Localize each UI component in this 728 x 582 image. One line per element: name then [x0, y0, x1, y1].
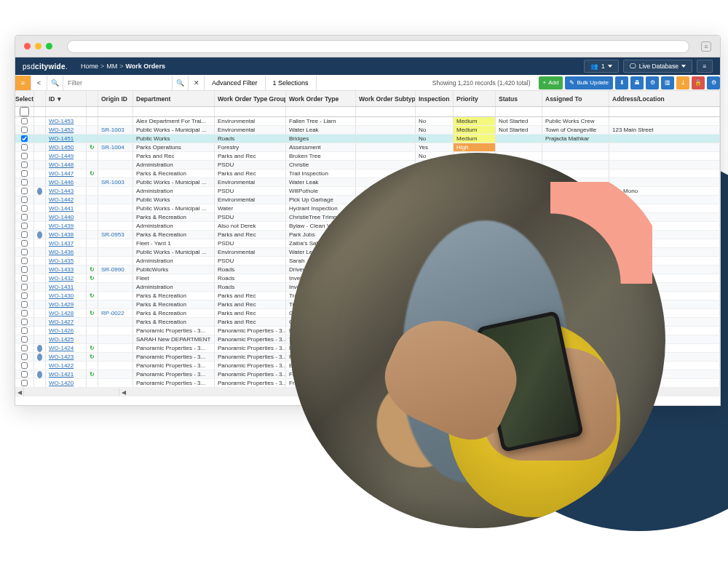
row-select-checkbox[interactable] — [15, 257, 34, 265]
work-order-id-link[interactable]: WO-1433 — [46, 266, 87, 274]
origin-id-link[interactable]: SR-1003 — [98, 126, 133, 134]
work-order-id-link[interactable]: WO-1453 — [46, 117, 87, 125]
col-wo-subtype[interactable]: Work Order Subtype — [356, 91, 416, 106]
work-order-id-link[interactable]: WO-1446 — [46, 178, 87, 186]
col-assigned-to[interactable]: Assigned To — [542, 91, 609, 106]
col-inspection[interactable]: Inspection — [416, 91, 454, 106]
work-order-id-link[interactable]: WO-1449 — [46, 152, 87, 160]
work-order-id-link[interactable]: WO-1443 — [46, 187, 87, 195]
col-status[interactable]: Status — [496, 91, 542, 106]
work-order-id-link[interactable]: WO-1450 — [46, 143, 87, 151]
row-select-checkbox[interactable] — [15, 178, 34, 186]
window-minimize-dot[interactable] — [35, 43, 41, 49]
view-toggle-button[interactable]: ≡ — [15, 76, 31, 90]
breadcrumb-item[interactable]: MM — [106, 63, 117, 70]
col-id[interactable]: ID ▾ — [46, 91, 87, 106]
download-icon[interactable]: ⬇ — [615, 76, 628, 89]
search-icon[interactable]: 🔍 — [47, 76, 63, 90]
work-order-id-link[interactable]: WO-1431 — [46, 283, 87, 291]
row-select-checkbox[interactable] — [15, 274, 34, 282]
work-order-id-link[interactable]: WO-1429 — [46, 300, 87, 308]
bulk-update-button[interactable]: ✎ Bulk Update — [565, 76, 613, 89]
row-select-checkbox[interactable] — [15, 213, 34, 221]
row-select-checkbox[interactable] — [15, 327, 34, 335]
export-icon[interactable]: ⤓ — [676, 76, 689, 89]
work-order-id-link[interactable]: WO-1437 — [46, 239, 87, 247]
work-order-id-link[interactable]: WO-1451 — [46, 135, 87, 143]
gear-icon[interactable]: ⚙ — [707, 76, 720, 89]
breadcrumb-item[interactable]: Work Orders — [126, 63, 165, 70]
work-order-id-link[interactable]: WO-1421 — [46, 370, 87, 378]
lock-icon[interactable]: 🔒 — [692, 76, 705, 89]
origin-id-link[interactable]: SR-0953 — [98, 231, 133, 239]
work-order-id-link[interactable]: WO-1420 — [46, 379, 87, 387]
origin-id-link[interactable]: RP-0022 — [98, 309, 133, 317]
work-order-id-link[interactable]: WO-1424 — [46, 344, 87, 352]
row-select-checkbox[interactable] — [15, 152, 34, 160]
table-row[interactable]: WO-1453Alex Department For Trai...Enviro… — [15, 117, 720, 126]
work-order-id-link[interactable]: WO-1426 — [46, 327, 87, 335]
user-count-button[interactable]: 👥 1 — [584, 60, 619, 73]
clear-filter-button[interactable]: ✕ — [189, 76, 205, 90]
work-order-id-link[interactable]: WO-1452 — [46, 126, 87, 134]
browser-menu-icon[interactable]: ≡ — [701, 41, 711, 52]
col-select[interactable]: Select — [15, 91, 34, 106]
search-submit-button[interactable]: 🔍 — [173, 76, 189, 90]
col-origin-id[interactable]: Origin ID — [98, 91, 133, 106]
row-select-checkbox[interactable] — [15, 117, 34, 125]
col-wo-type-group[interactable]: Work Order Type Group — [215, 91, 286, 106]
work-order-id-link[interactable]: WO-1435 — [46, 257, 87, 265]
table-row[interactable]: WO-1448AdministrationPSDUChristieNo — [15, 161, 720, 170]
table-row[interactable]: WO-1449Parks and RecParks and RecBroken … — [15, 152, 720, 161]
select-all-checkbox[interactable] — [20, 107, 29, 116]
breadcrumb-item[interactable]: Home — [81, 63, 98, 70]
row-select-checkbox[interactable] — [15, 379, 34, 387]
row-select-checkbox[interactable] — [15, 231, 34, 239]
row-select-checkbox[interactable] — [15, 187, 34, 195]
advanced-filter-button[interactable]: Advanced Filter — [205, 76, 266, 90]
row-select-checkbox[interactable] — [15, 266, 34, 274]
work-order-id-link[interactable]: WO-1447 — [46, 170, 87, 178]
url-bar[interactable] — [67, 40, 689, 53]
row-select-checkbox[interactable] — [15, 353, 34, 361]
col-wo-type[interactable]: Work Order Type — [286, 91, 356, 106]
table-row[interactable]: WO-1447↻Parks & RecreationParks and RecT… — [15, 170, 720, 178]
work-order-id-link[interactable]: WO-1427 — [46, 318, 87, 326]
add-button[interactable]: + Add — [539, 76, 563, 89]
row-select-checkbox[interactable] — [15, 248, 34, 256]
work-order-id-link[interactable]: WO-1428 — [46, 309, 87, 317]
work-order-id-link[interactable]: WO-1439 — [46, 222, 87, 230]
col-address[interactable]: Address/Location — [609, 91, 720, 106]
window-maximize-dot[interactable] — [46, 43, 52, 49]
row-select-checkbox[interactable] — [15, 170, 34, 178]
table-row[interactable]: WO-1450↻SR-1004Parks OperationsForestryA… — [15, 143, 720, 152]
row-select-checkbox[interactable] — [15, 283, 34, 291]
work-order-id-link[interactable]: WO-1442 — [46, 196, 87, 204]
work-order-id-link[interactable]: WO-1441 — [46, 204, 87, 212]
row-select-checkbox[interactable] — [15, 300, 34, 308]
database-selector-button[interactable]: 🖵 Live Database — [623, 60, 692, 73]
row-select-checkbox[interactable] — [15, 126, 34, 134]
scroll-left-icon[interactable]: ◀ — [15, 388, 24, 396]
row-select-checkbox[interactable] — [15, 370, 34, 378]
row-select-checkbox[interactable] — [15, 196, 34, 204]
origin-id-link[interactable]: SR-0990 — [98, 266, 133, 274]
window-close-dot[interactable] — [24, 43, 31, 49]
work-order-id-link[interactable]: WO-1425 — [46, 335, 87, 343]
work-order-id-link[interactable]: WO-1422 — [46, 362, 87, 370]
work-order-id-link[interactable]: WO-1438 — [46, 231, 87, 239]
filter-input[interactable] — [63, 76, 173, 90]
settings-icon[interactable]: ⚙ — [646, 76, 659, 89]
work-order-id-link[interactable]: WO-1440 — [46, 213, 87, 221]
expand-filter-button[interactable]: < — [31, 76, 47, 90]
row-select-checkbox[interactable] — [15, 309, 34, 317]
col-department[interactable]: Department — [133, 91, 215, 106]
table-row[interactable]: WO-1452SR-1003Public Works - Municipal .… — [15, 126, 720, 135]
row-select-checkbox[interactable] — [15, 222, 34, 230]
origin-id-link[interactable]: SR-1003 — [98, 178, 133, 186]
work-order-id-link[interactable]: WO-1423 — [46, 353, 87, 361]
row-select-checkbox[interactable] — [15, 292, 34, 300]
print-icon[interactable]: 🖶 — [630, 76, 644, 89]
columns-icon[interactable]: ▥ — [661, 76, 674, 89]
row-select-checkbox[interactable] — [15, 362, 34, 370]
